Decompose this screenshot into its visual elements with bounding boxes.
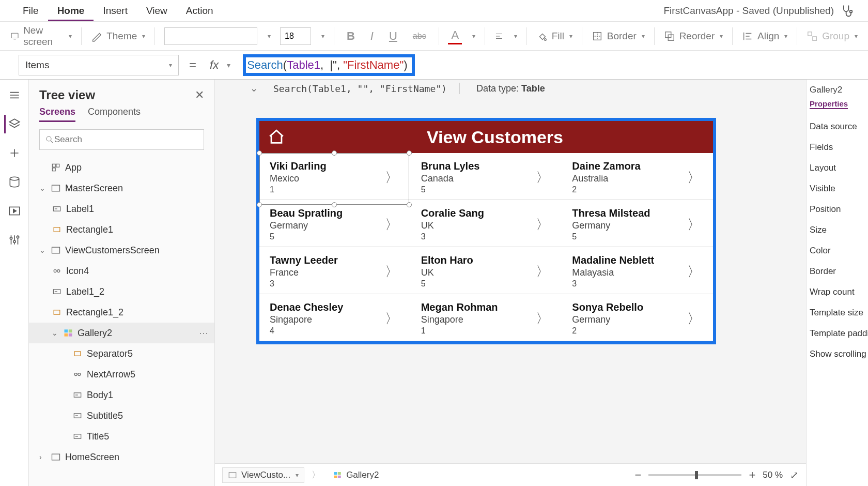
tree-separator5[interactable]: Separator5 — [29, 343, 214, 364]
rail-settings[interactable] — [5, 231, 24, 249]
zoom-out-button[interactable]: − — [635, 468, 642, 482]
tree-rectangle1-2[interactable]: Rectangle1_2 — [29, 302, 214, 323]
tab-components[interactable]: Components — [88, 107, 141, 122]
rail-tree-view[interactable] — [4, 115, 23, 133]
chevron-right-icon[interactable]: 〉 — [683, 310, 705, 328]
property-row[interactable]: Template size — [810, 302, 865, 323]
tab-properties[interactable]: Properties — [810, 99, 848, 109]
strike-button[interactable]: abc — [410, 31, 429, 42]
menu-file[interactable]: File — [13, 5, 48, 17]
template-selection[interactable] — [259, 153, 409, 205]
chevron-right-icon[interactable]: 〉 — [381, 310, 402, 328]
breadcrumb-control[interactable]: Gallery2 — [328, 468, 384, 482]
paint-bucket-icon — [536, 31, 548, 42]
menu-home[interactable]: Home — [48, 5, 94, 21]
group-button[interactable]: Group▾ — [807, 31, 858, 42]
tree-label1[interactable]: Label1 — [29, 199, 214, 219]
text-align-icon[interactable] — [494, 31, 504, 42]
rail-hamburger[interactable] — [5, 86, 24, 104]
align-button[interactable]: Align▾ — [742, 31, 787, 42]
tree-rectangle1[interactable]: Rectangle1 — [29, 219, 214, 240]
font-color-button[interactable]: A — [448, 27, 462, 44]
chevron-right-icon[interactable]: 〉 — [532, 310, 553, 328]
property-row[interactable]: Template padding — [810, 323, 865, 344]
tab-screens[interactable]: Screens — [39, 107, 75, 122]
bold-button[interactable]: B — [344, 28, 358, 44]
property-row[interactable]: Visible — [810, 178, 865, 199]
tree-app[interactable]: App — [29, 157, 214, 178]
gallery-item[interactable]: Sonya RebelloGermany2〉 — [562, 294, 713, 341]
tree-icon4[interactable]: Icon4 — [29, 261, 214, 281]
chevron-right-icon[interactable]: 〉 — [532, 263, 553, 281]
menu-view[interactable]: View — [137, 5, 177, 17]
gallery-item-name: Elton Haro — [421, 254, 532, 266]
gallery-item[interactable]: Thresa MilsteadGermany5〉 — [562, 200, 713, 247]
border-button[interactable]: Border▾ — [592, 31, 645, 42]
tree-title5[interactable]: Title5 — [29, 426, 214, 447]
layers-icon — [8, 117, 21, 131]
menu-insert[interactable]: Insert — [94, 5, 137, 17]
gallery-item[interactable]: Denae ChesleySingapore4〉 — [259, 294, 411, 341]
hint-collapse-icon[interactable]: ⌄ — [250, 83, 258, 94]
fx-expand-icon[interactable]: ▾ — [227, 61, 230, 69]
gallery-item[interactable]: Bruna LylesCanada5〉 — [411, 153, 562, 200]
underline-button[interactable]: U — [386, 28, 400, 44]
tree-nextarrow5[interactable]: NextArrow5 — [29, 364, 214, 385]
new-screen-button[interactable]: New screen▾ — [10, 25, 72, 48]
gallery-item-number: 2 — [572, 185, 683, 194]
chevron-right-icon[interactable]: 〉 — [683, 169, 705, 187]
tree-close-icon[interactable]: ✕ — [195, 88, 204, 102]
property-row[interactable]: Layout — [810, 158, 865, 178]
chevron-right-icon[interactable]: 〉 — [532, 216, 553, 234]
tree-gallery2[interactable]: ⌄Gallery2⋯ — [29, 323, 214, 343]
rail-data[interactable] — [5, 173, 24, 191]
tree-search[interactable] — [39, 129, 204, 150]
gallery-item[interactable]: Megan RohmanSingapore1〉 — [411, 294, 562, 341]
chevron-right-icon[interactable]: 〉 — [381, 216, 402, 234]
zoom-in-button[interactable]: + — [749, 468, 755, 482]
home-icon[interactable] — [268, 128, 285, 146]
gallery-item[interactable]: Madaline NeblettMalayasia3〉 — [562, 247, 713, 294]
reorder-button[interactable]: Reorder▾ — [664, 31, 723, 42]
property-row[interactable]: Size — [810, 220, 865, 240]
gallery-item[interactable]: Coralie SangUK3〉 — [411, 200, 562, 247]
property-row[interactable]: Show scrolling — [810, 344, 865, 364]
tree-viewcustomersscreen[interactable]: ⌄ViewCustomersScreen — [29, 240, 214, 261]
font-size-input[interactable] — [280, 27, 311, 45]
gallery-item[interactable]: Tawny LeederFrance3〉 — [259, 247, 411, 294]
tree-body1[interactable]: Body1 — [29, 385, 214, 405]
property-selector[interactable]: Items ▾ — [19, 55, 179, 75]
app-checker-icon[interactable] — [840, 4, 855, 18]
tree-search-input[interactable] — [54, 134, 198, 145]
gallery-item[interactable]: Elton HaroUK5〉 — [411, 247, 562, 294]
tree-label1-2[interactable]: Label1_2 — [29, 281, 214, 302]
property-row[interactable]: Fields — [810, 137, 865, 158]
italic-button[interactable]: I — [367, 28, 377, 44]
property-row[interactable]: Color — [810, 240, 865, 261]
menu-action[interactable]: Action — [177, 5, 223, 17]
rail-media[interactable] — [5, 202, 24, 220]
fill-button[interactable]: Fill▾ — [536, 31, 572, 42]
property-row[interactable]: Position — [810, 199, 865, 220]
font-name-input[interactable] — [164, 27, 257, 45]
gallery-item[interactable]: Daine ZamoraAustralia2〉 — [562, 153, 713, 200]
tree-homescreen[interactable]: ›HomeScreen — [29, 447, 214, 467]
breadcrumb-screen[interactable]: ViewCusto... ▾ — [222, 467, 304, 483]
property-row[interactable]: Data source — [810, 116, 865, 137]
property-row[interactable]: Border — [810, 261, 865, 282]
zoom-slider[interactable] — [648, 474, 741, 476]
chevron-right-icon[interactable]: 〉 — [381, 263, 402, 281]
tree-item-more-icon[interactable]: ⋯ — [199, 327, 209, 339]
tree-subtitle5[interactable]: Subtitle5 — [29, 405, 214, 426]
fit-to-screen-icon[interactable]: ⤢ — [790, 469, 799, 481]
chevron-right-icon[interactable]: 〉 — [683, 263, 705, 281]
gallery-selection[interactable]: View Customers Viki DarlingMexico1〉Bruna… — [256, 118, 716, 344]
theme-button[interactable]: Theme▾ — [91, 31, 145, 42]
rail-insert[interactable] — [5, 144, 24, 162]
tree-masterscreen[interactable]: ⌄MasterScreen — [29, 178, 214, 199]
formula-input[interactable]: Search(Table1, |", "FirstName") — [236, 54, 857, 76]
chevron-right-icon[interactable]: 〉 — [683, 216, 705, 234]
svg-point-11 — [13, 240, 15, 242]
chevron-right-icon[interactable]: 〉 — [532, 169, 553, 187]
property-row[interactable]: Wrap count — [810, 282, 865, 302]
